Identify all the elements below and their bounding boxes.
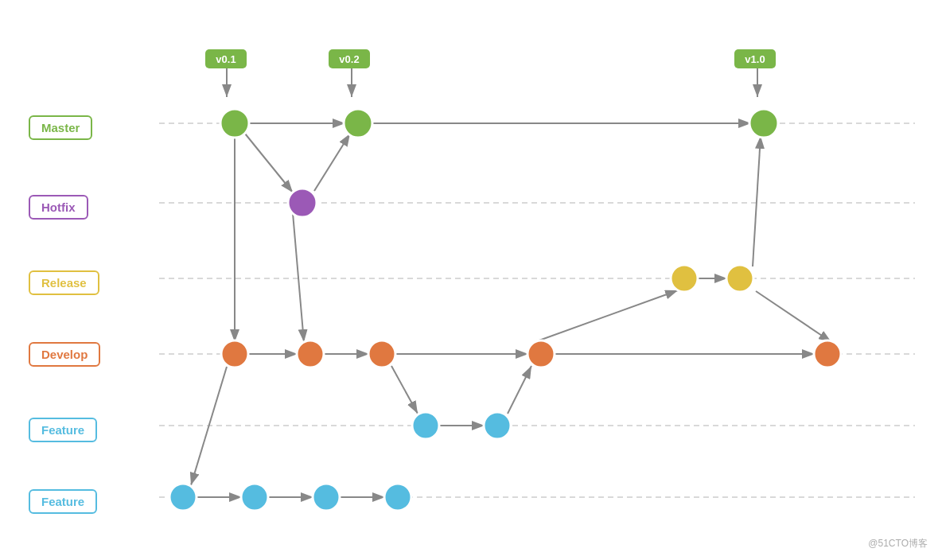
svg-line-30 xyxy=(756,291,831,342)
svg-point-48 xyxy=(412,412,439,439)
svg-line-13 xyxy=(314,134,350,191)
svg-point-41 xyxy=(671,265,698,292)
svg-line-19 xyxy=(293,213,304,342)
svg-text:v1.0: v1.0 xyxy=(745,53,765,65)
svg-text:v0.2: v0.2 xyxy=(339,53,359,65)
svg-point-42 xyxy=(726,265,753,292)
svg-point-49 xyxy=(484,412,511,439)
svg-point-47 xyxy=(814,340,841,368)
svg-line-22 xyxy=(508,366,531,414)
svg-line-27 xyxy=(535,290,678,342)
svg-point-53 xyxy=(384,484,411,511)
svg-point-43 xyxy=(221,340,248,368)
branch-label-develop: Develop xyxy=(29,342,100,367)
svg-point-45 xyxy=(368,340,395,368)
branch-label-master: Master xyxy=(29,115,92,140)
diagram-container: Master Hotfix Release Develop Feature Fe… xyxy=(0,0,942,560)
svg-point-51 xyxy=(241,484,268,511)
svg-point-40 xyxy=(288,189,317,217)
branch-label-feature2: Feature xyxy=(29,489,97,514)
diagram-svg: v0.1 v0.2 v1.0 xyxy=(0,0,942,560)
svg-text:v0.1: v0.1 xyxy=(216,53,236,65)
svg-point-37 xyxy=(220,109,249,138)
svg-line-12 xyxy=(245,134,293,192)
svg-point-38 xyxy=(344,109,372,138)
svg-point-44 xyxy=(297,340,324,368)
svg-point-39 xyxy=(749,109,778,138)
svg-line-29 xyxy=(753,136,761,266)
svg-point-52 xyxy=(313,484,340,511)
svg-line-20 xyxy=(391,366,418,414)
svg-point-50 xyxy=(169,484,197,511)
branch-label-hotfix: Hotfix xyxy=(29,195,88,220)
svg-point-46 xyxy=(527,340,555,368)
branch-label-feature1: Feature xyxy=(29,418,97,442)
branch-label-release: Release xyxy=(29,270,99,295)
